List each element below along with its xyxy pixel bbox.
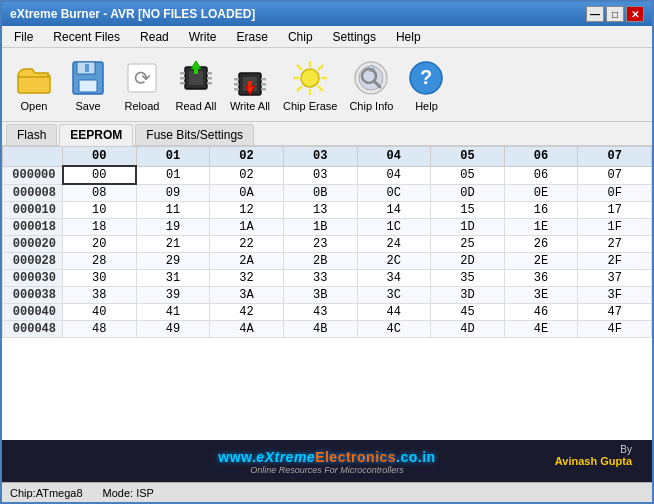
hex-cell[interactable]: 45 <box>431 304 505 321</box>
hex-cell[interactable]: 0C <box>357 184 431 202</box>
hex-cell[interactable]: 20 <box>63 236 137 253</box>
hex-cell[interactable]: 22 <box>210 236 284 253</box>
chip-erase-button[interactable]: Chip Erase <box>280 55 340 115</box>
hex-cell[interactable]: 32 <box>210 270 284 287</box>
hex-cell[interactable]: 4B <box>283 321 357 338</box>
hex-cell[interactable]: 3E <box>504 287 578 304</box>
hex-cell[interactable]: 48 <box>63 321 137 338</box>
hex-cell[interactable]: 19 <box>136 219 210 236</box>
hex-cell[interactable]: 1D <box>431 219 505 236</box>
hex-cell[interactable]: 12 <box>210 202 284 219</box>
hex-cell[interactable]: 27 <box>578 236 652 253</box>
hex-cell[interactable]: 00 <box>63 166 137 184</box>
hex-cell[interactable]: 13 <box>283 202 357 219</box>
hex-cell[interactable]: 3A <box>210 287 284 304</box>
hex-cell[interactable]: 03 <box>283 166 357 184</box>
read-all-button[interactable]: Read All <box>172 55 220 115</box>
hex-cell[interactable]: 2E <box>504 253 578 270</box>
menu-help[interactable]: Help <box>388 28 429 46</box>
hex-cell[interactable]: 3C <box>357 287 431 304</box>
help-button[interactable]: ? Help <box>402 55 450 115</box>
hex-cell[interactable]: 37 <box>578 270 652 287</box>
hex-cell[interactable]: 2C <box>357 253 431 270</box>
hex-cell[interactable]: 42 <box>210 304 284 321</box>
hex-cell[interactable]: 4E <box>504 321 578 338</box>
hex-cell[interactable]: 1B <box>283 219 357 236</box>
hex-cell[interactable]: 38 <box>63 287 137 304</box>
hex-cell[interactable]: 01 <box>136 166 210 184</box>
menu-erase[interactable]: Erase <box>229 28 276 46</box>
hex-cell[interactable]: 31 <box>136 270 210 287</box>
hex-cell[interactable]: 14 <box>357 202 431 219</box>
hex-cell[interactable]: 47 <box>578 304 652 321</box>
reload-button[interactable]: ⟳ Reload <box>118 55 166 115</box>
menu-settings[interactable]: Settings <box>325 28 384 46</box>
hex-cell[interactable]: 1E <box>504 219 578 236</box>
tab-fuse-bits[interactable]: Fuse Bits/Settings <box>135 124 254 145</box>
minimize-button[interactable]: — <box>586 6 604 22</box>
hex-cell[interactable]: 44 <box>357 304 431 321</box>
hex-cell[interactable]: 15 <box>431 202 505 219</box>
menu-write[interactable]: Write <box>181 28 225 46</box>
menu-file[interactable]: File <box>6 28 41 46</box>
hex-cell[interactable]: 1A <box>210 219 284 236</box>
hex-cell[interactable]: 04 <box>357 166 431 184</box>
hex-cell[interactable]: 10 <box>63 202 137 219</box>
close-button[interactable]: ✕ <box>626 6 644 22</box>
write-all-button[interactable]: Write All <box>226 55 274 115</box>
save-button[interactable]: Save <box>64 55 112 115</box>
hex-cell[interactable]: 06 <box>504 166 578 184</box>
hex-cell[interactable]: 21 <box>136 236 210 253</box>
hex-cell[interactable]: 4F <box>578 321 652 338</box>
hex-cell[interactable]: 2B <box>283 253 357 270</box>
hex-cell[interactable]: 4A <box>210 321 284 338</box>
tab-flash[interactable]: Flash <box>6 124 57 145</box>
hex-cell[interactable]: 40 <box>63 304 137 321</box>
hex-cell[interactable]: 43 <box>283 304 357 321</box>
hex-cell[interactable]: 1C <box>357 219 431 236</box>
hex-cell[interactable]: 1F <box>578 219 652 236</box>
hex-cell[interactable]: 0D <box>431 184 505 202</box>
hex-cell[interactable]: 26 <box>504 236 578 253</box>
hex-cell[interactable]: 3D <box>431 287 505 304</box>
hex-cell[interactable]: 0F <box>578 184 652 202</box>
hex-cell[interactable]: 02 <box>210 166 284 184</box>
hex-cell[interactable]: 0E <box>504 184 578 202</box>
hex-cell[interactable]: 0B <box>283 184 357 202</box>
hex-cell[interactable]: 41 <box>136 304 210 321</box>
hex-cell[interactable]: 30 <box>63 270 137 287</box>
hex-cell[interactable]: 05 <box>431 166 505 184</box>
hex-cell[interactable]: 33 <box>283 270 357 287</box>
hex-cell[interactable]: 4D <box>431 321 505 338</box>
hex-cell[interactable]: 49 <box>136 321 210 338</box>
tab-eeprom[interactable]: EEPROM <box>59 124 133 146</box>
menu-read[interactable]: Read <box>132 28 177 46</box>
maximize-button[interactable]: □ <box>606 6 624 22</box>
hex-cell[interactable]: 09 <box>136 184 210 202</box>
hex-cell[interactable]: 34 <box>357 270 431 287</box>
hex-cell[interactable]: 18 <box>63 219 137 236</box>
chip-info-button[interactable]: 🔍 Chip Info <box>346 55 396 115</box>
menu-chip[interactable]: Chip <box>280 28 321 46</box>
hex-cell[interactable]: 29 <box>136 253 210 270</box>
hex-cell[interactable]: 46 <box>504 304 578 321</box>
hex-cell[interactable]: 17 <box>578 202 652 219</box>
hex-cell[interactable]: 28 <box>63 253 137 270</box>
hex-cell[interactable]: 0A <box>210 184 284 202</box>
hex-cell[interactable]: 36 <box>504 270 578 287</box>
hex-cell[interactable]: 3B <box>283 287 357 304</box>
hex-cell[interactable]: 11 <box>136 202 210 219</box>
hex-cell[interactable]: 07 <box>578 166 652 184</box>
open-button[interactable]: Open <box>10 55 58 115</box>
menu-recent-files[interactable]: Recent Files <box>45 28 128 46</box>
hex-cell[interactable]: 3F <box>578 287 652 304</box>
hex-cell[interactable]: 4C <box>357 321 431 338</box>
hex-cell[interactable]: 23 <box>283 236 357 253</box>
hex-cell[interactable]: 2F <box>578 253 652 270</box>
hex-cell[interactable]: 16 <box>504 202 578 219</box>
hex-editor[interactable]: 00 01 02 03 04 05 06 07 0000000001020304… <box>2 146 652 440</box>
hex-cell[interactable]: 25 <box>431 236 505 253</box>
hex-cell[interactable]: 08 <box>63 184 137 202</box>
hex-cell[interactable]: 39 <box>136 287 210 304</box>
hex-cell[interactable]: 2D <box>431 253 505 270</box>
